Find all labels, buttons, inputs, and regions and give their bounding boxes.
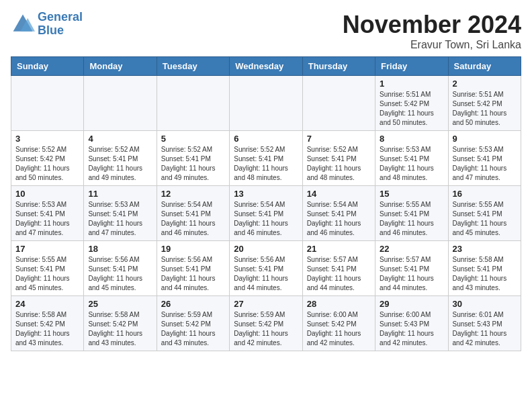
calendar-cell: 16Sunrise: 5:55 AM Sunset: 5:41 PM Dayli… <box>448 186 521 241</box>
day-info: Sunrise: 5:52 AM Sunset: 5:41 PM Dayligh… <box>234 145 298 183</box>
logo-line1: General <box>38 10 83 24</box>
calendar-cell: 2Sunrise: 5:51 AM Sunset: 5:42 PM Daylig… <box>448 76 521 131</box>
weekday-header: Sunday <box>11 57 84 76</box>
day-info: Sunrise: 5:55 AM Sunset: 5:41 PM Dayligh… <box>15 255 79 293</box>
day-number: 28 <box>307 299 371 309</box>
day-info: Sunrise: 5:58 AM Sunset: 5:42 PM Dayligh… <box>88 310 152 348</box>
day-number: 27 <box>234 299 298 309</box>
day-number: 18 <box>88 244 152 254</box>
calendar-cell <box>84 76 157 131</box>
weekday-header: Saturday <box>448 57 521 76</box>
day-number: 9 <box>453 134 517 144</box>
calendar-cell: 5Sunrise: 5:52 AM Sunset: 5:41 PM Daylig… <box>157 131 229 186</box>
calendar-cell: 3Sunrise: 5:52 AM Sunset: 5:42 PM Daylig… <box>11 131 84 186</box>
day-number: 7 <box>307 134 371 144</box>
day-number: 22 <box>380 244 443 254</box>
day-info: Sunrise: 5:57 AM Sunset: 5:41 PM Dayligh… <box>380 255 443 293</box>
calendar-body: 1Sunrise: 5:51 AM Sunset: 5:42 PM Daylig… <box>11 76 521 351</box>
calendar-header: SundayMondayTuesdayWednesdayThursdayFrid… <box>11 57 521 76</box>
day-number: 19 <box>161 244 225 254</box>
location-title: Eravur Town, Sri Lanka <box>343 39 521 51</box>
day-number: 3 <box>15 134 79 144</box>
day-info: Sunrise: 5:52 AM Sunset: 5:42 PM Dayligh… <box>15 145 79 183</box>
calendar-cell: 18Sunrise: 5:56 AM Sunset: 5:41 PM Dayli… <box>84 241 157 296</box>
day-number: 24 <box>15 299 79 309</box>
day-info: Sunrise: 5:52 AM Sunset: 5:41 PM Dayligh… <box>307 145 371 183</box>
day-number: 17 <box>15 244 79 254</box>
weekday-header: Thursday <box>302 57 375 76</box>
calendar-cell: 13Sunrise: 5:54 AM Sunset: 5:41 PM Dayli… <box>230 186 302 241</box>
calendar-cell: 17Sunrise: 5:55 AM Sunset: 5:41 PM Dayli… <box>11 241 84 296</box>
logo-text: General Blue <box>38 11 83 38</box>
weekday-header: Friday <box>375 57 448 76</box>
calendar-cell: 4Sunrise: 5:52 AM Sunset: 5:41 PM Daylig… <box>84 131 157 186</box>
day-info: Sunrise: 5:55 AM Sunset: 5:41 PM Dayligh… <box>453 200 517 238</box>
day-info: Sunrise: 5:56 AM Sunset: 5:41 PM Dayligh… <box>161 255 225 293</box>
day-number: 5 <box>161 134 225 144</box>
day-number: 1 <box>380 79 443 89</box>
day-info: Sunrise: 5:53 AM Sunset: 5:41 PM Dayligh… <box>380 145 443 183</box>
calendar-cell: 19Sunrise: 5:56 AM Sunset: 5:41 PM Dayli… <box>157 241 229 296</box>
day-number: 6 <box>234 134 298 144</box>
calendar-week-row: 17Sunrise: 5:55 AM Sunset: 5:41 PM Dayli… <box>11 241 521 296</box>
day-number: 10 <box>15 189 79 199</box>
calendar-cell <box>302 76 375 131</box>
day-number: 29 <box>380 299 443 309</box>
day-info: Sunrise: 5:54 AM Sunset: 5:41 PM Dayligh… <box>234 200 298 238</box>
logo-line2: Blue <box>38 24 64 37</box>
day-number: 8 <box>380 134 443 144</box>
calendar-cell: 15Sunrise: 5:55 AM Sunset: 5:41 PM Dayli… <box>375 186 448 241</box>
day-info: Sunrise: 5:56 AM Sunset: 5:41 PM Dayligh… <box>234 255 298 293</box>
calendar-cell: 1Sunrise: 5:51 AM Sunset: 5:42 PM Daylig… <box>375 76 448 131</box>
day-info: Sunrise: 5:52 AM Sunset: 5:41 PM Dayligh… <box>88 145 152 183</box>
day-info: Sunrise: 6:01 AM Sunset: 5:43 PM Dayligh… <box>453 310 517 348</box>
day-info: Sunrise: 5:59 AM Sunset: 5:42 PM Dayligh… <box>234 310 298 348</box>
calendar-cell: 11Sunrise: 5:53 AM Sunset: 5:41 PM Dayli… <box>84 186 157 241</box>
title-block: November 2024 Eravur Town, Sri Lanka <box>343 11 521 51</box>
day-number: 11 <box>88 189 152 199</box>
calendar-week-row: 3Sunrise: 5:52 AM Sunset: 5:42 PM Daylig… <box>11 131 521 186</box>
calendar-cell: 7Sunrise: 5:52 AM Sunset: 5:41 PM Daylig… <box>302 131 375 186</box>
day-info: Sunrise: 5:58 AM Sunset: 5:42 PM Dayligh… <box>15 310 79 348</box>
calendar-cell: 6Sunrise: 5:52 AM Sunset: 5:41 PM Daylig… <box>230 131 302 186</box>
day-info: Sunrise: 5:58 AM Sunset: 5:41 PM Dayligh… <box>453 255 517 293</box>
day-info: Sunrise: 5:59 AM Sunset: 5:42 PM Dayligh… <box>161 310 225 348</box>
calendar-cell: 21Sunrise: 5:57 AM Sunset: 5:41 PM Dayli… <box>302 241 375 296</box>
calendar-week-row: 10Sunrise: 5:53 AM Sunset: 5:41 PM Dayli… <box>11 186 521 241</box>
day-info: Sunrise: 5:54 AM Sunset: 5:41 PM Dayligh… <box>307 200 371 238</box>
weekday-header: Wednesday <box>230 57 302 76</box>
day-number: 30 <box>453 299 517 309</box>
calendar-cell <box>230 76 302 131</box>
day-info: Sunrise: 5:55 AM Sunset: 5:41 PM Dayligh… <box>380 200 443 238</box>
calendar-cell: 28Sunrise: 6:00 AM Sunset: 5:42 PM Dayli… <box>302 296 375 351</box>
day-info: Sunrise: 6:00 AM Sunset: 5:42 PM Dayligh… <box>307 310 371 348</box>
day-info: Sunrise: 5:51 AM Sunset: 5:42 PM Dayligh… <box>453 90 517 128</box>
day-info: Sunrise: 5:53 AM Sunset: 5:41 PM Dayligh… <box>15 200 79 238</box>
calendar-cell: 23Sunrise: 5:58 AM Sunset: 5:41 PM Dayli… <box>448 241 521 296</box>
page-header: General Blue November 2024 Eravur Town, … <box>11 11 521 51</box>
calendar-cell <box>11 76 84 131</box>
day-number: 26 <box>161 299 225 309</box>
calendar-cell <box>157 76 229 131</box>
day-number: 23 <box>453 244 517 254</box>
day-number: 21 <box>307 244 371 254</box>
day-number: 4 <box>88 134 152 144</box>
calendar-cell: 8Sunrise: 5:53 AM Sunset: 5:41 PM Daylig… <box>375 131 448 186</box>
day-number: 2 <box>453 79 517 89</box>
day-number: 12 <box>161 189 225 199</box>
day-info: Sunrise: 5:57 AM Sunset: 5:41 PM Dayligh… <box>307 255 371 293</box>
day-number: 15 <box>380 189 443 199</box>
calendar-cell: 25Sunrise: 5:58 AM Sunset: 5:42 PM Dayli… <box>84 296 157 351</box>
calendar-cell: 29Sunrise: 6:00 AM Sunset: 5:43 PM Dayli… <box>375 296 448 351</box>
calendar-cell: 26Sunrise: 5:59 AM Sunset: 5:42 PM Dayli… <box>157 296 229 351</box>
day-number: 20 <box>234 244 298 254</box>
calendar-cell: 30Sunrise: 6:01 AM Sunset: 5:43 PM Dayli… <box>448 296 521 351</box>
day-info: Sunrise: 5:51 AM Sunset: 5:42 PM Dayligh… <box>380 90 443 128</box>
calendar-cell: 20Sunrise: 5:56 AM Sunset: 5:41 PM Dayli… <box>230 241 302 296</box>
day-info: Sunrise: 5:53 AM Sunset: 5:41 PM Dayligh… <box>453 145 517 183</box>
calendar-table: SundayMondayTuesdayWednesdayThursdayFrid… <box>11 56 521 351</box>
day-info: Sunrise: 5:54 AM Sunset: 5:41 PM Dayligh… <box>161 200 225 238</box>
calendar-week-row: 24Sunrise: 5:58 AM Sunset: 5:42 PM Dayli… <box>11 296 521 351</box>
day-info: Sunrise: 5:53 AM Sunset: 5:41 PM Dayligh… <box>88 200 152 238</box>
day-number: 25 <box>88 299 152 309</box>
